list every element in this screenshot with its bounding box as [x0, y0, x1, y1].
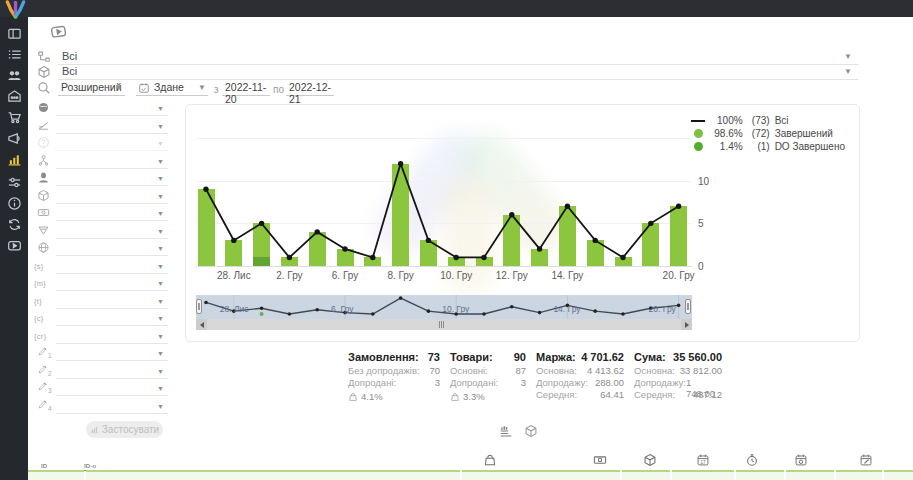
company-icon[interactable] [7, 89, 22, 104]
line-point [287, 255, 292, 260]
utm-source-icon: {s} [34, 262, 54, 271]
filter-website[interactable]: ▼ [56, 241, 168, 256]
line-point [648, 221, 653, 226]
chevron-down-icon: ▼ [157, 403, 164, 411]
table-row[interactable] [28, 470, 84, 480]
date-created-icon[interactable] [696, 453, 710, 467]
scroll-right-button[interactable] [681, 319, 692, 330]
product-filter-input[interactable]: Всі▼ [58, 65, 858, 80]
upsell-share: 4.1% [361, 391, 383, 402]
table-row[interactable] [736, 470, 784, 480]
apply-button[interactable]: Застосувати [86, 421, 163, 438]
time-icon[interactable] [745, 453, 759, 467]
dashboard-icon[interactable] [7, 26, 22, 41]
filter-status[interactable]: ▼ [56, 119, 168, 134]
filter-utm-source[interactable]: ▼ [56, 259, 168, 274]
payment-icon[interactable] [593, 453, 607, 467]
filter-utm-medium[interactable]: ▼ [56, 276, 168, 291]
legend-item[interactable]: 98.6%(72)Завершений [691, 127, 845, 140]
date-edited-icon[interactable] [859, 453, 873, 467]
chevron-down-icon: ▼ [198, 84, 206, 92]
filter-custom-2[interactable]: ▼ [56, 364, 168, 379]
filter-utm-content[interactable]: ▼ [56, 311, 168, 326]
legend-item[interactable]: 100%(73)Всі [691, 114, 845, 127]
navigator-right-handle[interactable] [685, 299, 691, 314]
line-point [259, 221, 264, 226]
filter-utm-campaign[interactable]: ▼ [56, 329, 168, 344]
table-row[interactable] [786, 470, 834, 480]
navigator-label: 14. Гру [553, 304, 580, 314]
utm-term-icon: {t} [34, 297, 54, 306]
search-mode-select[interactable]: Розширений▼ [58, 81, 125, 96]
settings-sliders-icon[interactable] [7, 175, 22, 190]
products-cube-icon[interactable] [524, 424, 538, 438]
filter-custom-3[interactable]: ▼ [56, 381, 168, 396]
table-row[interactable] [622, 470, 670, 480]
table-row[interactable] [672, 470, 734, 480]
navigator-left-handle[interactable] [196, 299, 202, 314]
info-icon[interactable] [7, 196, 22, 211]
filter-custom-1[interactable]: ▼ [56, 346, 168, 361]
stat-title: Замовлення: [348, 351, 419, 365]
category-filter-input[interactable]: Всі▼ [58, 50, 858, 65]
filter-payment[interactable]: ▼ [56, 206, 168, 221]
table-row[interactable] [462, 470, 620, 480]
chevron-down-icon: ▼ [157, 210, 164, 218]
table-row[interactable] [86, 470, 460, 480]
x-axis-label: 14. Гру [537, 270, 597, 281]
sync-icon[interactable] [7, 217, 22, 232]
manager-icon [37, 171, 50, 184]
orders-list-icon[interactable] [7, 47, 22, 62]
line-point [426, 238, 431, 243]
x-axis-label: 8. Гру [371, 270, 431, 281]
upsell-share: 3.3% [463, 391, 485, 402]
brand-logo[interactable] [3, 0, 28, 20]
filter-utm-term[interactable]: ▼ [56, 294, 168, 309]
chevron-down-icon: ▼ [157, 228, 164, 236]
structure-icon [37, 154, 50, 167]
navigator-scrollbar[interactable] [196, 319, 692, 330]
filter-custom-4[interactable]: ▼ [56, 399, 168, 414]
custom-field-number: 3 [48, 387, 52, 394]
navigator-label: 20. Гру [649, 304, 676, 314]
filter-funnel[interactable]: ▼ [56, 224, 168, 239]
table-row[interactable] [884, 470, 913, 480]
video-play-icon[interactable] [46, 21, 71, 41]
bag-icon[interactable] [483, 453, 497, 467]
date-to-value: 2022-12-21 [289, 81, 331, 105]
stats-list-icon[interactable] [499, 424, 513, 438]
search-mode-value: Розширений [61, 81, 122, 93]
filter-manager[interactable]: ▼ [56, 171, 168, 186]
legend-item[interactable]: 1.4%(1)DO Завершено [691, 140, 845, 153]
custom-field-number: 1 [48, 352, 52, 359]
date-to-input[interactable]: 2022-12-21 [286, 81, 334, 96]
clients-icon[interactable] [7, 68, 22, 83]
table-row[interactable] [836, 470, 882, 480]
chart-navigator[interactable]: 28. Лис6. Гру10. Гру14. Гру20. Гру [196, 295, 692, 319]
filter-product[interactable]: ▼ [56, 189, 168, 204]
x-axis-label: 2. Гру [259, 270, 319, 281]
date-approved-icon[interactable] [794, 453, 808, 467]
video-tutorials-icon[interactable] [7, 238, 22, 253]
dot-marker-icon [691, 142, 706, 151]
date-field-select[interactable]: Здане ▼ [136, 81, 208, 96]
date-field-value: Здане [154, 81, 184, 93]
products-icon[interactable] [643, 453, 657, 467]
scroll-left-button[interactable] [196, 319, 207, 330]
left-arrow-icon [200, 322, 204, 328]
stats-summary: Замовлення:73 Без допродажів:70 Допродан… [348, 351, 722, 402]
cart-icon[interactable] [7, 110, 22, 125]
statistics-icon[interactable] [7, 152, 22, 167]
announcements-icon[interactable] [7, 131, 22, 146]
apply-button-label: Застосувати [102, 424, 159, 435]
navigator-label: 28. Лис [220, 304, 249, 314]
line-point [454, 255, 459, 260]
product-box-icon [37, 65, 51, 79]
scrollbar-grip[interactable] [437, 321, 446, 328]
filter-country[interactable]: ▼ [56, 101, 168, 116]
utm-campaign-icon: {cr} [34, 332, 54, 341]
line-point [370, 255, 375, 260]
line-point [231, 238, 236, 243]
date-from-input[interactable]: 2022-11-20 [222, 81, 270, 96]
filter-structure[interactable]: ▼ [56, 154, 168, 169]
